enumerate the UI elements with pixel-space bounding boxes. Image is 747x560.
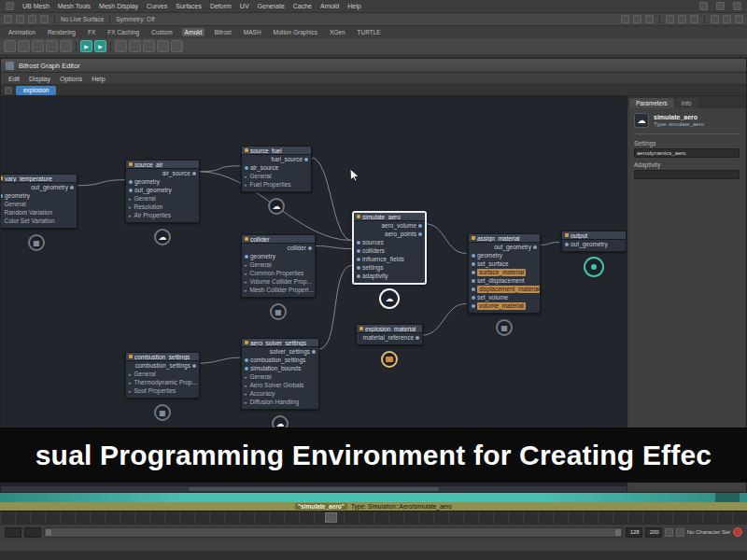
port-value[interactable]: volume_material [469,301,540,310]
shelf-button[interactable] [129,40,141,52]
port-in[interactable]: geometry [1,191,77,200]
param-group[interactable]: Mesh Collider Propert... [242,286,315,294]
scrollbar-handle[interactable] [189,487,439,491]
tab-parameters[interactable]: Parameters [629,98,674,108]
panel-icon[interactable] [733,2,741,10]
port-out[interactable]: out_geometry [1,183,77,191]
bifrost-graph-button[interactable] [80,40,92,52]
save-scene-icon[interactable] [40,15,49,23]
auto-key-icon[interactable] [676,528,684,537]
param-group[interactable]: Resolution [126,203,199,211]
render-settings-icon[interactable] [735,15,743,23]
symmetry-label[interactable]: Symmetry: Off [116,16,154,22]
port-in[interactable]: simulation_bounds [242,364,318,372]
port-in[interactable]: settings [354,263,425,272]
menu-item[interactable]: UB Mesh [22,3,49,9]
port-out[interactable]: solver_settings [242,347,318,356]
port-in[interactable]: set_volume [469,293,540,301]
shelf-tab[interactable]: MASH [241,28,264,36]
ik-icon[interactable] [678,15,686,23]
node-preview-icon[interactable] [496,319,513,336]
editor-menu-help[interactable]: Help [92,76,105,82]
menu-item[interactable]: Curves [147,3,167,9]
constraint-icon[interactable] [690,15,698,23]
port-value[interactable]: surface_material [469,268,540,276]
shelf-button[interactable] [18,40,30,52]
tab-explosion[interactable]: explosion [16,86,56,95]
snap-grid-icon[interactable] [621,15,629,23]
graph-node-source_air[interactable]: source_air air_source geometry out_geome… [125,160,200,223]
playback-end-field[interactable]: 128 [626,527,642,538]
cloud-icon[interactable] [154,229,171,245]
param-group[interactable]: Color Set Variation [1,217,77,225]
tab-info[interactable]: Info [675,98,698,108]
cached-playback-bar[interactable] [0,493,747,502]
param-group[interactable]: Diffusion Handling [242,398,318,406]
port-out[interactable]: combustion_settings [126,361,199,370]
param-group[interactable]: General [242,260,315,269]
graph-node-aero_solver_settings[interactable]: aero_solver_settings solver_settings com… [241,338,319,410]
open-scene-icon[interactable] [28,15,36,23]
param-group[interactable]: General [242,172,311,180]
param-group[interactable]: Aero Solver Globals [242,381,318,389]
shelf-tab-arnold[interactable]: Arnold [182,28,205,36]
window-titlebar[interactable]: Bifrost Graph Editor [1,59,746,73]
graph-node-vary_temperature[interactable]: vary_temperature out_geometry geometry G… [1,174,78,229]
set-key-icon[interactable] [733,527,742,537]
cloud-icon[interactable] [379,288,400,309]
graph-node-simulate_aero[interactable]: simulate_aero aero_volume aero_points so… [353,212,426,284]
shelf-tab[interactable]: XGen [327,28,348,36]
playback-options-icon[interactable] [665,528,673,537]
graph-node-collider[interactable]: collider collider geometry General Commo… [241,234,316,298]
material-swatch-icon[interactable] [381,351,398,368]
graph-node-assign_material[interactable]: assign_material out_geometry geometry se… [468,233,541,314]
playback-start-field[interactable] [24,527,41,538]
port-out[interactable]: fuel_source [242,155,311,163]
menu-item[interactable]: Cache [293,3,312,9]
param-group[interactable]: Thermodynamic Prop... [126,378,199,386]
menu-item[interactable]: Surfaces [176,3,202,9]
range-slider[interactable] [44,527,623,538]
port-out[interactable]: out_geometry [469,243,540,251]
param-group[interactable]: Soot Properties [126,386,199,395]
port-in[interactable]: out_geometry [562,240,626,248]
current-frame-marker[interactable] [325,512,337,523]
shelf-tab[interactable]: Custom [148,28,175,36]
range-end-field[interactable]: 200 [645,527,662,538]
menu-item[interactable]: Arnold [320,3,339,9]
shelf-tab[interactable]: Rendering [45,28,78,36]
param-group[interactable]: Fuel Properties [242,180,311,189]
param-group[interactable]: General [126,194,199,203]
param-group[interactable]: Random Variation [1,208,77,217]
editor-menu-display[interactable]: Display [29,76,50,82]
home-icon[interactable] [5,87,12,94]
shelf-button[interactable] [32,40,44,52]
port-in[interactable]: colliders [354,246,425,255]
shelf-button[interactable] [115,40,127,52]
ipr-icon[interactable] [723,15,731,23]
cloud-icon[interactable] [268,198,285,215]
port-out[interactable]: aero_volume [354,221,425,230]
menu-item[interactable]: Deform [210,3,232,9]
node-preview-icon[interactable] [270,303,287,320]
graph-node-explosion_material[interactable]: explosion_material material_reference [356,324,423,345]
shelf-button[interactable] [171,40,183,52]
live-surface-label[interactable]: No Live Surface [61,16,104,22]
output-preview-icon[interactable] [584,257,604,277]
snap-point-icon[interactable] [645,15,654,23]
menu-item[interactable]: Mesh Display [99,3,138,9]
graph-node-combustion_settings[interactable]: combustion_settings combustion_settings … [125,352,200,399]
workspace-icon[interactable] [699,2,708,10]
new-scene-icon[interactable] [16,15,24,23]
menu-item[interactable]: Generate [258,3,285,9]
port-value[interactable]: displacement_material [469,285,540,293]
shelf-button[interactable] [157,40,169,52]
param-group[interactable]: Volume Collider Prop... [242,277,315,286]
shelf-tab[interactable]: TURTLE [355,28,384,36]
shelf-tab[interactable]: FX Caching [105,28,142,36]
port-in[interactable]: influence_fields [354,255,425,263]
port-out[interactable]: air_source [126,169,199,177]
canvas-horizontal-scrollbar[interactable] [1,485,627,492]
command-line[interactable] [0,539,747,551]
shelf-tab[interactable]: Motion Graphics [271,28,320,36]
